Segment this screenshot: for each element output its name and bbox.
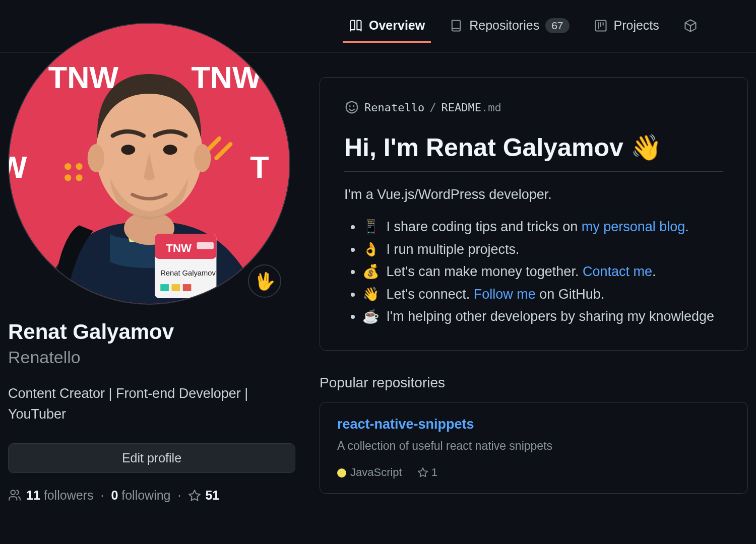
inline-link[interactable]: Follow me <box>474 287 536 302</box>
profile-bio: Content Creator | Front-end Developer | … <box>8 383 295 424</box>
bullet-emoji: 👋 <box>362 287 384 302</box>
readme-list-item: 💰 Let's can make money together. Contact… <box>362 260 723 283</box>
separator-dot: · <box>100 488 104 503</box>
readme-path-sep: / <box>429 101 436 114</box>
svg-rect-22 <box>171 284 180 291</box>
svg-rect-21 <box>160 284 169 291</box>
readme-box: Renatello / README.md Hi, I'm Renat Galy… <box>320 77 748 351</box>
repo-name-link[interactable]: react-native-snippets <box>337 417 474 432</box>
svg-point-12 <box>88 144 104 172</box>
inline-link[interactable]: Contact me <box>583 264 652 279</box>
svg-point-8 <box>65 174 71 181</box>
star-icon <box>188 489 201 502</box>
svg-text:TNW: TNW <box>191 60 262 95</box>
smiley-icon <box>344 100 359 115</box>
readme-path-user: Renatello <box>364 101 424 114</box>
svg-point-13 <box>194 144 211 172</box>
readme-intro: I'm a Vue.js/WordPress developer. <box>344 187 723 202</box>
following-count: 0 <box>111 488 118 502</box>
readme-list-item: 👌 I run multiple projects. <box>362 238 723 261</box>
list-text: on GitHub. <box>536 287 605 302</box>
readme-list-item: 👋 Let's connect. Follow me on GitHub. <box>362 283 723 306</box>
repo-meta: JavaScript 1 <box>337 466 730 479</box>
svg-point-25 <box>349 105 351 107</box>
tab-label: Overview <box>369 18 425 33</box>
list-text: Let's connect. <box>387 287 474 302</box>
repo-language-label: JavaScript <box>350 466 402 479</box>
lang-color-dot <box>337 468 346 478</box>
repo-stars-count: 1 <box>431 466 437 479</box>
book-icon <box>349 19 363 33</box>
followers-count: 11 <box>26 488 40 502</box>
readme-list-item: 📱 I share coding tips and tricks on my p… <box>362 216 723 238</box>
tab-label: Projects <box>614 18 659 33</box>
tab-packages[interactable] <box>677 11 698 43</box>
readme-path: Renatello / README.md <box>344 100 723 115</box>
avatar-image: TNW TNW W T <box>9 24 289 304</box>
readme-list-item: ☕ I'm helping other developers by sharin… <box>362 305 723 328</box>
svg-text:TNW: TNW <box>48 60 119 95</box>
profile-username: Renatello <box>8 346 295 370</box>
profile-names: Renat Galyamov Renatello <box>8 319 295 369</box>
readme-path-ext: .md <box>481 101 501 114</box>
tab-projects[interactable]: Projects <box>588 10 665 43</box>
bullet-emoji: 💰 <box>362 264 384 279</box>
edit-profile-button[interactable]: Edit profile <box>8 443 295 473</box>
star-icon <box>417 467 428 478</box>
follow-stats: 11 followers · 0 following · 51 <box>8 488 295 503</box>
svg-text:TNW: TNW <box>166 242 192 254</box>
stars-count: 51 <box>205 488 219 503</box>
status-emoji: 🖖 <box>254 271 275 291</box>
bullet-emoji: 📱 <box>362 219 384 234</box>
list-text: I run multiple projects. <box>387 242 520 257</box>
bullet-emoji: 👌 <box>362 242 384 257</box>
svg-rect-19 <box>197 242 214 249</box>
stars-link[interactable]: 51 <box>188 488 219 503</box>
repo-count-badge: 67 <box>545 18 569 33</box>
profile-sidebar: TNW TNW W T <box>8 23 295 503</box>
svg-text:W: W <box>9 150 27 184</box>
repo-icon <box>449 19 463 33</box>
readme-heading: Hi, I'm Renat Galyamov 👋 <box>344 133 723 172</box>
repo-language: JavaScript <box>337 466 402 479</box>
repo-description: A collection of useful react native snip… <box>337 439 730 453</box>
inline-link[interactable]: my personal blog <box>582 219 685 234</box>
package-icon <box>683 19 698 33</box>
svg-point-6 <box>65 163 71 170</box>
list-text: . <box>685 219 689 234</box>
bullet-emoji: ☕ <box>362 309 384 324</box>
popular-repos-heading: Popular repositories <box>320 375 748 391</box>
repo-stars-link[interactable]: 1 <box>417 466 437 479</box>
avatar[interactable]: TNW TNW W T <box>8 23 290 305</box>
following-link[interactable]: 0 following <box>111 488 170 503</box>
status-badge[interactable]: 🖖 <box>248 264 281 298</box>
svg-point-14 <box>121 145 135 155</box>
followers-label: followers <box>44 488 94 502</box>
readme-path-file: README <box>441 101 481 114</box>
svg-point-26 <box>353 105 354 107</box>
readme-heading-text: Hi, I'm Renat Galyamov <box>344 133 623 162</box>
list-text: Let's can make money together. <box>387 264 583 279</box>
following-label: following <box>121 488 170 502</box>
profile-main: Renatello / README.md Hi, I'm Renat Galy… <box>320 53 748 503</box>
svg-point-7 <box>76 163 82 170</box>
list-text: I share coding tips and tricks on <box>387 219 582 234</box>
repo-card: react-native-snippets A collection of us… <box>320 402 748 494</box>
svg-rect-23 <box>183 284 192 291</box>
profile-fullname: Renat Galyamov <box>8 319 295 346</box>
people-icon <box>8 489 21 502</box>
svg-point-9 <box>76 174 82 181</box>
followers-link[interactable]: 11 followers <box>26 488 93 503</box>
tab-label: Repositories <box>469 18 539 33</box>
list-text: I'm helping other developers by sharing … <box>387 309 715 324</box>
project-icon <box>594 19 608 33</box>
readme-list: 📱 I share coding tips and tricks on my p… <box>344 216 723 328</box>
svg-point-15 <box>163 145 177 155</box>
separator-dot: · <box>178 488 181 503</box>
tab-overview[interactable]: Overview <box>343 10 431 43</box>
wave-emoji: 👋 <box>631 133 662 162</box>
tab-repositories[interactable]: Repositories 67 <box>443 10 575 43</box>
list-text: . <box>652 264 656 279</box>
svg-text:Renat Galyamov: Renat Galyamov <box>160 269 216 277</box>
svg-text:T: T <box>250 150 269 184</box>
